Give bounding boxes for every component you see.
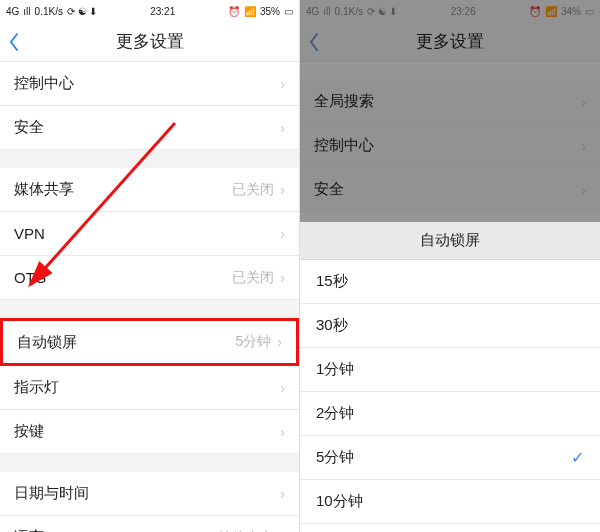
autolock-option[interactable]: 15秒 [300,260,600,304]
chevron-right-icon: › [280,76,285,92]
dimmed-background: 4G ıll 0.1K/s ⟳ ☯ ⬇ 23:26 ⏰ 📶 34% ▭ 更多设置 [300,0,600,222]
autolock-option[interactable]: 1分钟 [300,348,600,392]
autolock-option[interactable]: 2分钟 [300,392,600,436]
phone-right: 4G ıll 0.1K/s ⟳ ☯ ⬇ 23:26 ⏰ 📶 34% ▭ 更多设置 [300,0,600,532]
wifi-icon: 📶 [545,6,557,17]
wifi-icon: 📶 [244,6,256,17]
phone-left: 4G ıll 0.1K/s ⟳ ☯ ⬇ 23:21 ⏰ 📶 35% ▭ 更多设置… [0,0,300,532]
row-value: 5分钟 [236,333,272,351]
status-icons: ⟳ ☯ ⬇ [367,6,398,17]
row-value: 已关闭 [232,181,274,199]
row-label: 全局搜索 [314,92,374,111]
chevron-left-icon [8,32,20,52]
speed-label: 0.1K/s [335,6,363,17]
chevron-right-icon: › [280,120,285,136]
chevron-right-icon: › [280,486,285,502]
row-label: OTG [14,269,47,286]
chevron-right-icon: › [280,182,285,198]
row-indicator[interactable]: 指示灯 › [0,366,299,410]
signal-icon: ıll [23,6,30,17]
row-control-center[interactable]: 控制中心 › [0,62,299,106]
autolock-sheet: 自动锁屏 15秒30秒1分钟2分钟5分钟✓10分钟30分钟 [300,222,600,532]
chevron-right-icon: › [280,270,285,286]
chevron-right-icon: › [280,424,285,440]
chevron-right-icon: › [280,226,285,242]
row-label: 按键 [14,422,44,441]
chevron-right-icon: › [277,334,282,350]
row-control-center: 控制中心 › [300,124,600,168]
row-datetime[interactable]: 日期与时间 › [0,472,299,516]
row-vpn[interactable]: VPN › [0,212,299,256]
battery-pct: 35% [260,6,280,17]
row-value: 简体中文 [218,529,274,533]
clock: 23:21 [150,6,175,17]
chevron-right-icon: › [280,380,285,396]
section-gap [0,454,299,472]
row-label: 指示灯 [14,378,59,397]
row-security: 安全 › [300,168,600,212]
row-label: 安全 [314,180,344,199]
alarm-icon: ⏰ [529,6,541,17]
row-language[interactable]: 语言 简体中文› [0,516,299,532]
section-gap [300,62,600,80]
row-label: 安全 [14,118,44,137]
status-bar: 4G ıll 0.1K/s ⟳ ☯ ⬇ 23:21 ⏰ 📶 35% ▭ [0,0,299,22]
page-title: 更多设置 [416,30,484,53]
row-keys[interactable]: 按键 › [0,410,299,454]
speed-label: 0.1K/s [35,6,63,17]
row-label: VPN [14,225,45,242]
battery-pct: 34% [561,6,581,17]
row-media-share[interactable]: 媒体共享 已关闭› [0,168,299,212]
clock: 23:26 [451,6,476,17]
sheet-title: 自动锁屏 [300,222,600,260]
row-security[interactable]: 安全 › [0,106,299,150]
section-gap [0,150,299,168]
header: 更多设置 [0,22,299,62]
row-otg[interactable]: OTG 已关闭› [0,256,299,300]
net-label: 4G [6,6,19,17]
row-value: 已关闭 [232,269,274,287]
row-label: 控制中心 [14,74,74,93]
autolock-option[interactable]: 30秒 [300,304,600,348]
battery-icon: ▭ [585,6,594,17]
row-label: 控制中心 [314,136,374,155]
row-label: 媒体共享 [14,180,74,199]
autolock-option[interactable]: 30分钟 [300,524,600,532]
battery-icon: ▭ [284,6,293,17]
option-label: 10分钟 [316,492,363,511]
back-button[interactable] [8,22,20,62]
chevron-right-icon: › [581,182,586,198]
row-label: 自动锁屏 [17,333,77,352]
status-bar: 4G ıll 0.1K/s ⟳ ☯ ⬇ 23:26 ⏰ 📶 34% ▭ [300,0,600,22]
status-icons: ⟳ ☯ ⬇ [67,6,98,17]
page-title: 更多设置 [116,30,184,53]
row-autolock[interactable]: 自动锁屏 5分钟› [0,318,299,366]
option-label: 1分钟 [316,360,354,379]
chevron-left-icon [308,32,320,52]
back-button[interactable] [308,22,320,62]
signal-icon: ıll [323,6,330,17]
option-label: 30秒 [316,316,348,335]
option-label: 5分钟 [316,448,354,467]
header: 更多设置 [300,22,600,62]
row-label: 语言 [14,528,44,532]
section-gap [0,300,299,318]
option-label: 2分钟 [316,404,354,423]
net-label: 4G [306,6,319,17]
option-label: 15秒 [316,272,348,291]
row-label: 日期与时间 [14,484,89,503]
chevron-right-icon: › [581,94,586,110]
chevron-right-icon: › [581,138,586,154]
check-icon: ✓ [571,448,584,467]
autolock-option[interactable]: 5分钟✓ [300,436,600,480]
alarm-icon: ⏰ [228,6,240,17]
autolock-option[interactable]: 10分钟 [300,480,600,524]
row-global-search: 全局搜索 › [300,80,600,124]
